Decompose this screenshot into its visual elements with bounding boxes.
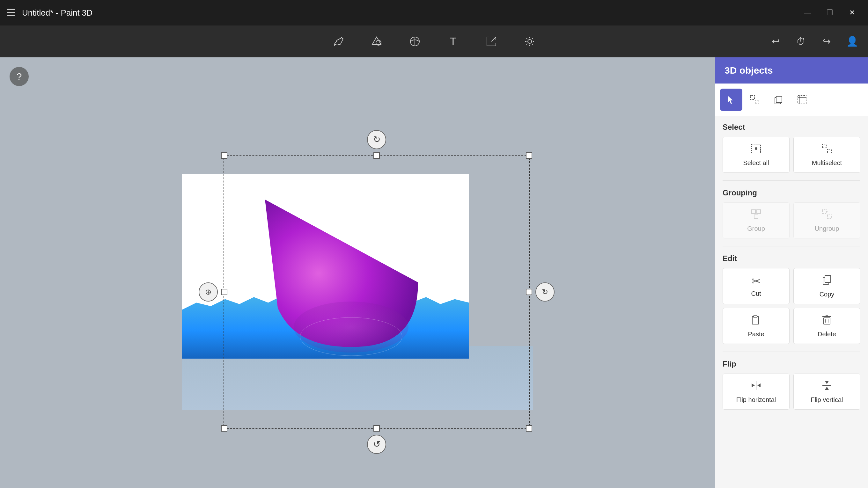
text-tool[interactable]: T [443, 32, 463, 51]
svg-rect-35 [825, 275, 831, 283]
select-section-title: Select [722, 123, 860, 132]
multiselect-label: Multiselect [812, 159, 842, 167]
svg-rect-26 [823, 144, 826, 148]
svg-rect-18 [755, 100, 759, 104]
undo-button[interactable]: ↩ [766, 32, 785, 51]
help-button[interactable]: ? [9, 67, 29, 86]
svg-rect-38 [824, 318, 830, 324]
history-button[interactable]: ⏱ [792, 32, 811, 51]
flip-vertical-icon [821, 380, 833, 394]
select-all-button[interactable]: Select all [722, 137, 789, 173]
panel-crop-tool[interactable] [791, 89, 813, 111]
flip-vertical-button[interactable]: Flip vertical [794, 373, 860, 410]
canvas-tool[interactable] [482, 32, 501, 51]
selection-box: ↻ ↺ ⊕ ↻ [223, 155, 530, 429]
ungroup-label: Ungroup [815, 225, 839, 232]
edit-section: Edit ✂ Cut Copy Paste [715, 248, 868, 350]
svg-rect-28 [752, 210, 755, 214]
right-panel: 3D objects Select [715, 57, 868, 488]
flip-horizontal-button[interactable]: Flip horizontal [722, 373, 789, 410]
paste-button[interactable]: Paste [722, 308, 789, 344]
flip-section-title: Flip [722, 360, 860, 368]
canvas-area[interactable]: ? [0, 57, 715, 488]
paste-icon [750, 314, 762, 328]
panel-header: 3D objects [715, 57, 868, 84]
divider-3 [722, 352, 860, 352]
3d-shapes-tool[interactable] [367, 32, 386, 51]
multiselect-icon [821, 143, 833, 157]
multiselect-button[interactable]: Multiselect [794, 137, 860, 173]
svg-point-6 [528, 39, 532, 43]
canvas-wrapper: ↻ ↺ ⊕ ↻ [182, 136, 533, 410]
effects-tool[interactable] [520, 32, 539, 51]
handle-br[interactable] [526, 425, 532, 431]
flip-vertical-label: Flip vertical [811, 396, 843, 403]
group-button[interactable]: Group [722, 202, 789, 238]
delete-icon [821, 314, 833, 328]
stickers-tool[interactable] [405, 32, 425, 51]
svg-rect-21 [798, 96, 806, 104]
panel-copy3d-tool[interactable] [767, 89, 789, 111]
panel-multibox-tool[interactable] [744, 89, 766, 111]
ungroup-button[interactable]: Ungroup [794, 202, 860, 238]
cut-button[interactable]: ✂ Cut [722, 268, 789, 304]
flip-horizontal-label: Flip horizontal [736, 396, 776, 403]
move-handle-right[interactable]: ↻ [535, 283, 555, 301]
handle-ml[interactable] [221, 289, 227, 295]
main-area: ? [0, 57, 868, 488]
svg-marker-45 [757, 384, 761, 387]
svg-line-14 [526, 44, 527, 45]
handle-tl[interactable] [221, 152, 227, 159]
redo-button[interactable]: ↪ [817, 32, 836, 51]
svg-rect-31 [823, 210, 826, 214]
brush-tool[interactable] [329, 32, 348, 51]
window-controls: — ❐ ✕ [798, 6, 862, 19]
svg-point-25 [755, 147, 757, 150]
delete-button[interactable]: Delete [794, 308, 860, 344]
panel-select-tool[interactable] [720, 89, 742, 111]
svg-rect-29 [757, 210, 761, 214]
grouping-buttons: Group Ungroup [722, 202, 860, 238]
svg-line-5 [491, 37, 496, 41]
divider-1 [722, 181, 860, 181]
maximize-button[interactable]: ❐ [820, 6, 839, 19]
cut-icon: ✂ [752, 275, 761, 288]
select-section: Select Select all Multiselect [715, 116, 868, 179]
move-handle-left[interactable]: ⊕ [199, 283, 218, 301]
svg-rect-37 [754, 315, 757, 318]
flip-horizontal-icon [750, 380, 762, 394]
handle-bc[interactable] [373, 425, 380, 431]
group-icon [750, 208, 762, 223]
copy-button[interactable]: Copy [794, 268, 860, 304]
svg-marker-48 [825, 387, 829, 390]
flip-section: Flip Flip horizontal Flip vertical [715, 353, 868, 416]
title-bar: ☰ Untitled* - Paint 3D — ❐ ✕ [0, 0, 868, 26]
svg-line-12 [532, 44, 533, 45]
svg-rect-32 [828, 215, 831, 219]
svg-rect-27 [828, 149, 831, 153]
edit-buttons: ✂ Cut Copy Paste [722, 268, 860, 344]
svg-marker-47 [825, 381, 829, 384]
handle-tc[interactable] [373, 152, 380, 159]
handle-tr[interactable] [526, 152, 532, 159]
select-all-label: Select all [743, 159, 769, 167]
rotate-handle-top[interactable]: ↻ [367, 130, 386, 149]
grouping-section-title: Grouping [722, 188, 860, 197]
copy-label: Copy [819, 291, 835, 298]
rotate-handle-bottom[interactable]: ↺ [367, 435, 386, 454]
copy-icon [821, 274, 833, 288]
flip-buttons: Flip horizontal Flip vertical [722, 373, 860, 410]
panel-title: 3D objects [724, 65, 773, 75]
close-button[interactable]: ✕ [842, 6, 862, 19]
toolbar-right-actions: ↩ ⏱ ↪ 👤 [766, 32, 862, 51]
profile-button[interactable]: 👤 [842, 32, 862, 51]
handle-bl[interactable] [221, 425, 227, 431]
svg-rect-20 [776, 96, 782, 103]
paste-label: Paste [748, 330, 764, 338]
handle-mr[interactable] [526, 289, 532, 295]
minimize-button[interactable]: — [798, 6, 817, 19]
ungroup-icon [821, 208, 833, 223]
hamburger-icon[interactable]: ☰ [6, 7, 16, 19]
divider-2 [722, 246, 860, 247]
edit-section-title: Edit [722, 254, 860, 263]
